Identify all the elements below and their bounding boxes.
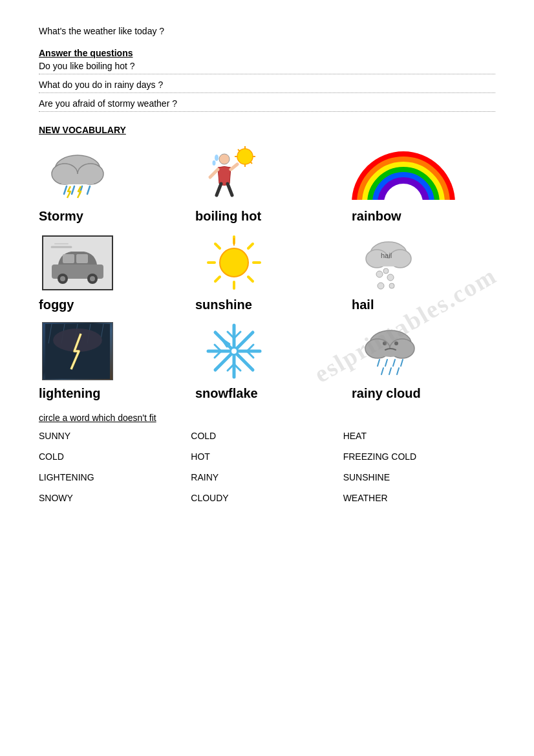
word-cold-1: COLD [191,428,343,444]
svg-line-18 [210,169,218,177]
sunshine-label: sunshine [195,297,252,312]
foggy-icon [39,230,116,295]
vocab-item-stormy: Stormy [39,142,182,224]
word-freezing-cold: FREEZING COLD [343,449,495,464]
word-snowy: SNOWY [39,490,191,506]
vocab-item-hail: hail hail [352,230,495,312]
word-heat: HEAT [343,428,495,444]
svg-line-40 [215,277,220,281]
vocab-item-sunshine: sunshine [195,230,339,312]
svg-point-79 [383,341,387,345]
word-grid: SUNNY COLD HEAT COLD HOT FREEZING COLD L… [39,428,495,506]
question-2: What do you do in rainy days ? [39,80,495,90]
svg-point-27 [60,276,65,281]
svg-line-7 [87,186,90,194]
svg-point-16 [215,155,219,161]
svg-point-32 [220,248,248,277]
vocab-section-title: NEW VOCABULARY [39,125,495,135]
word-weather: WEATHER [343,490,495,506]
svg-line-4 [64,186,67,194]
stormy-icon [39,142,116,206]
svg-line-85 [381,368,383,374]
word-sunshine: SUNSHINE [343,470,495,485]
snowflake-icon [195,319,273,383]
svg-rect-24 [63,254,74,263]
svg-rect-78 [376,349,405,356]
question-3: Are you afraid of stormy weather ? [39,98,495,109]
svg-rect-3 [61,174,94,184]
rainbow-label: rainbow [352,209,401,224]
svg-point-47 [376,271,383,277]
answer-line-3 [39,111,495,112]
svg-line-84 [401,360,403,366]
svg-point-49 [378,283,384,289]
answer-line-2 [39,92,495,93]
vocab-item-boiling: boiling hot [195,142,339,224]
answer-line-1 [39,74,495,74]
rainy-cloud-icon [352,319,429,383]
word-cold-2: COLD [39,449,191,464]
rainbow-icon [352,142,455,206]
svg-point-51 [383,268,389,274]
svg-point-48 [387,274,394,281]
svg-line-38 [248,277,253,281]
word-rainy: RAINY [191,470,343,485]
svg-point-15 [219,154,230,164]
vocab-item-snowflake: snowflake [195,319,339,401]
svg-rect-25 [76,254,88,263]
vocab-item-foggy: foggy [39,230,182,312]
vocab-grid: Stormy [39,142,495,401]
sunshine-icon [195,230,273,295]
svg-line-86 [389,368,391,374]
word-sunny: SUNNY [39,428,191,444]
foggy-box [42,235,113,290]
hail-icon: hail [352,230,429,295]
word-hot: HOT [191,449,343,464]
svg-line-14 [250,162,252,164]
svg-text:hail: hail [381,252,392,259]
foggy-label: foggy [39,297,74,312]
svg-line-87 [397,368,399,374]
weather-question: What's the weather like today ? [39,26,495,36]
svg-line-19 [231,164,237,169]
svg-rect-22 [352,200,455,206]
lightning-icon [39,319,116,383]
lightning-label: lightening [39,386,101,401]
snowflake-label: snowflake [195,386,258,401]
question-1: Do you like boiling hot ? [39,61,495,71]
svg-rect-45 [374,259,403,266]
svg-line-39 [248,244,253,248]
svg-point-50 [389,283,394,288]
hail-label: hail [352,297,374,312]
vocab-item-rainy: rainy cloud [352,319,495,401]
svg-point-17 [213,160,216,166]
svg-line-21 [228,184,232,195]
svg-line-13 [238,149,240,151]
svg-line-83 [393,360,395,366]
circle-section: circle a word which doesn't fit SUNNY CO… [39,413,495,506]
vocab-item-lightning: lightening [39,319,182,401]
svg-line-37 [215,244,220,248]
svg-point-80 [394,341,398,345]
svg-point-29 [90,276,95,281]
boiling-label: boiling hot [195,209,261,224]
stormy-label: Stormy [39,209,83,224]
lightning-photo-box [42,322,113,380]
answer-section-title: Answer the questions [39,48,495,58]
word-cloudy: CLOUDY [191,490,343,506]
circle-instruction: circle a word which doesn't fit [39,413,495,423]
svg-line-81 [378,360,379,366]
svg-line-20 [217,184,221,195]
svg-point-74 [231,349,237,354]
word-lightening: LIGHTENING [39,470,191,485]
svg-line-5 [72,186,74,194]
rainy-label: rainy cloud [352,386,421,401]
svg-line-82 [385,360,387,366]
boiling-icon [195,142,273,206]
vocab-item-rainbow: rainbow [352,142,495,224]
